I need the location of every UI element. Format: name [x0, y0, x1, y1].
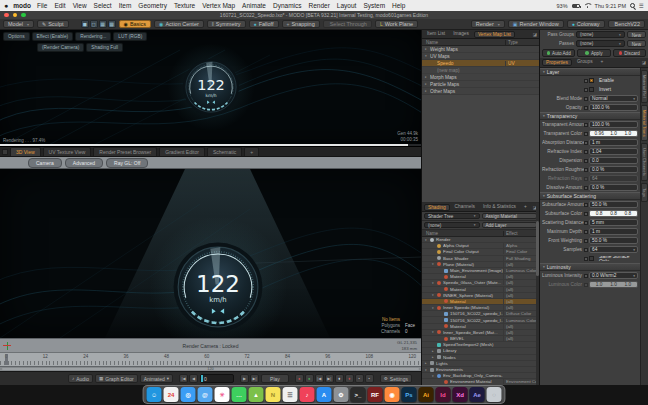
preview-menu-button[interactable]: Rendering... [75, 32, 111, 41]
shading-tab[interactable]: Shading [424, 204, 450, 211]
viewport-tab[interactable]: UV Texture View [43, 147, 92, 156]
wifi-icon[interactable] [584, 3, 591, 8]
firefox[interactable]: ◉ [385, 387, 400, 402]
envelope-toggle[interactable] [584, 106, 588, 110]
property-field[interactable]: 0.0 ▾ [589, 157, 638, 164]
property-row[interactable]: Blend Mode Normal ▾ [540, 94, 640, 103]
toolbar-tool-button[interactable]: ‖Symmetry [207, 20, 246, 28]
menu-item[interactable]: Texture [174, 2, 195, 9]
property-row[interactable]: Samples 64 ▾ [540, 245, 640, 254]
property-field[interactable]: 0.8 0.8 0.8 ▾ [589, 210, 638, 217]
indesign[interactable]: Id [436, 387, 451, 402]
menu-item[interactable]: View [73, 2, 87, 9]
menu-item[interactable]: Help [392, 2, 405, 9]
envelope-toggle[interactable] [584, 150, 588, 154]
property-field[interactable]: Enable ▾ [596, 77, 638, 84]
checkbox[interactable] [589, 256, 594, 261]
envelope-toggle[interactable] [584, 123, 588, 127]
new-pass-button[interactable]: New [627, 40, 646, 47]
shader-tree-mode-dropdown[interactable]: Shader Tree [424, 213, 480, 219]
envelope-toggle[interactable] [584, 88, 588, 92]
link-button[interactable]: ▪ [365, 374, 374, 383]
section-header[interactable]: ▾Transparency [540, 112, 640, 120]
viewport-tab[interactable]: Gradient Editor [159, 147, 205, 156]
envelope-toggle[interactable] [584, 257, 588, 261]
vertical-tab[interactable]: Material Ref [641, 70, 648, 103]
Other Maps[interactable]: ▸ Other Maps [422, 88, 539, 95]
property-row[interactable]: Invert ▾ [540, 85, 640, 94]
viewport-tab[interactable]: + [244, 147, 259, 156]
vertices-mode-icon[interactable]: ◼ [81, 20, 89, 28]
properties-tab[interactable]: Groups [574, 59, 596, 66]
photos[interactable]: ☀ [215, 387, 230, 402]
menu-item[interactable]: File [37, 2, 47, 9]
envelope-toggle[interactable] [584, 221, 588, 225]
properties-tab[interactable]: Properties [542, 59, 572, 66]
after-effects[interactable]: Ae [470, 387, 485, 402]
menu-item[interactable]: Layout [337, 2, 357, 9]
property-field[interactable]: 64 ▾ [589, 175, 638, 182]
property-field[interactable]: 100.0 % ▾ [589, 104, 638, 111]
remove-key-button[interactable]: ♦ [345, 374, 354, 383]
property-field[interactable]: 1.0 1.0 1.0 ▾ [589, 281, 638, 288]
section-header[interactable]: ▾Subsurface Scattering [540, 192, 640, 200]
panel-options-icon[interactable]: ◪ [533, 32, 537, 37]
list-panel-tab[interactable]: Vertex Map List [474, 31, 515, 38]
property-row[interactable]: Dispersion 0.0 ▾ [540, 156, 640, 165]
property-row[interactable]: Enable ▾ [540, 76, 640, 85]
apple-menu-icon[interactable]: ● [4, 2, 8, 9]
property-field[interactable]: 50.0 % ▾ [589, 201, 638, 208]
envelope-toggle[interactable] [584, 132, 588, 136]
step-forward-button[interactable]: ▶ [240, 374, 249, 383]
current-frame-field[interactable]: 0 [200, 374, 234, 383]
menu-item[interactable]: Dynamics [273, 2, 302, 9]
envelope-toggle[interactable] [584, 168, 588, 172]
step-back-button[interactable]: ◀ [189, 374, 198, 383]
filter-dropdown[interactable]: (none) [424, 222, 480, 228]
property-field[interactable]: 1.04 ▾ [589, 148, 638, 155]
property-field[interactable]: 0.0 % ▾ [589, 184, 638, 191]
settings-button[interactable]: ⚙Settings [380, 374, 412, 383]
panel-options-icon[interactable]: ◪ [642, 60, 646, 65]
toolbar-tool-button[interactable]: LWork Plane [375, 20, 418, 28]
toolbar-right-button[interactable]: ▣Render Window [508, 20, 564, 28]
section-header[interactable]: ▾Layer [540, 68, 640, 76]
menu-item[interactable]: Edit [54, 2, 65, 9]
rf-app[interactable]: RF [368, 387, 383, 402]
vertical-tab[interactable]: Tags [641, 183, 648, 202]
Particle Maps[interactable]: ▸ Particle Maps [422, 81, 539, 88]
gl-toolbar-button[interactable]: Ray GL: Off [106, 158, 148, 168]
property-field[interactable]: Same Surface Only ▾ [596, 255, 638, 262]
constraint-button[interactable]: ▪ [355, 374, 364, 383]
property-field[interactable]: 50.0 % ▾ [589, 237, 638, 244]
edges-mode-icon[interactable]: ◻ [90, 20, 98, 28]
property-row[interactable]: Transparent Color 0.96 1.0 1.0 ▾ [540, 129, 640, 138]
envelope-toggle[interactable] [584, 203, 588, 207]
viewport-tab[interactable]: 3D View [10, 147, 41, 156]
system-preferences[interactable]: ⚙ [334, 387, 349, 402]
Weight Maps[interactable]: ▸ Weight Maps [422, 46, 539, 53]
app-store[interactable]: A [317, 387, 332, 402]
timeline-ruler[interactable]: 01224364860728496108120 [0, 352, 421, 366]
list-panel-tab[interactable]: Images [450, 31, 472, 38]
envelope-toggle[interactable] [584, 283, 588, 287]
menu-item[interactable]: Item [119, 2, 132, 9]
mail[interactable]: @ [198, 387, 213, 402]
record-button[interactable]: ● [305, 374, 314, 383]
toolbar-right-button[interactable]: BenchV22 [608, 20, 645, 28]
envelope-toggle[interactable] [584, 79, 588, 83]
envelope-toggle[interactable] [584, 248, 588, 252]
new-pass-group-button[interactable]: New [627, 31, 646, 38]
toolbar-tool-button[interactable]: ◉Action Center [154, 20, 204, 28]
property-field[interactable]: 1 m ▾ [589, 228, 638, 235]
Speedo[interactable]: Speedo UV [422, 60, 539, 67]
menu-item[interactable]: Geometry [138, 2, 167, 9]
envelope-toggle[interactable] [584, 230, 588, 234]
checkbox[interactable] [589, 78, 594, 83]
spotlight-icon[interactable] [630, 3, 635, 8]
toolbar-tool-button[interactable]: ●Falloff [249, 20, 279, 28]
basics-button[interactable]: ◉Basics [119, 20, 152, 28]
menu-item[interactable]: System [363, 2, 385, 9]
apply-button[interactable]: Apply [577, 49, 610, 57]
calendar[interactable]: 24 [164, 387, 179, 402]
